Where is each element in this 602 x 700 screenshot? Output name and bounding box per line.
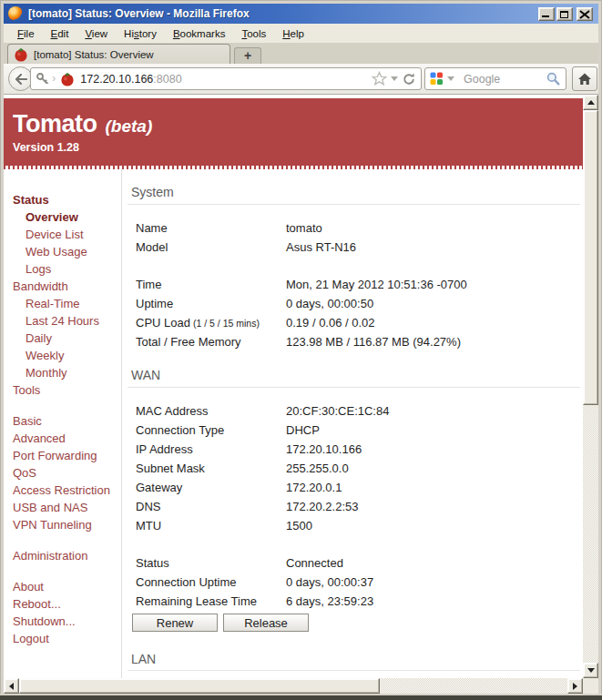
- row-label: Status: [136, 556, 169, 570]
- sidebar-item[interactable]: Weekly: [4, 347, 121, 364]
- info-row: Subnet Mask 255.255.0.0: [128, 459, 580, 478]
- scroll-left-button[interactable]: [4, 678, 19, 694]
- sidebar-item[interactable]: About: [4, 578, 121, 595]
- info-row: Remaining Lease Time 6 days, 23:59:23: [128, 592, 580, 611]
- row-label: Name: [136, 221, 168, 235]
- search-input[interactable]: [462, 72, 546, 86]
- sidebar-item[interactable]: Port Forwarding: [4, 447, 121, 464]
- system-rows: Name tomato Model Asus RT-N16 Time Mon, …: [128, 218, 580, 351]
- row-value: 255.255.0.0: [286, 462, 349, 475]
- maximize-button[interactable]: [556, 7, 573, 21]
- menu-item[interactable]: History: [116, 26, 165, 41]
- sidebar-item[interactable]: Web Usage: [4, 243, 121, 260]
- sidebar-item[interactable]: Overview: [4, 208, 121, 226]
- menu-item[interactable]: Tools: [233, 26, 274, 41]
- tomato-favicon: [60, 72, 75, 86]
- new-tab-button[interactable]: +: [234, 47, 261, 64]
- sidebar-item[interactable]: Tools: [4, 381, 121, 399]
- sidebar-item[interactable]: VPN Tunneling: [4, 516, 121, 533]
- info-row: MTU 1500: [128, 516, 580, 535]
- row-label: MTU: [136, 519, 161, 533]
- menu-item[interactable]: Help: [274, 26, 312, 41]
- info-row: Uptime 0 days, 00:00:50: [128, 294, 580, 313]
- back-button[interactable]: [8, 66, 33, 91]
- row-value: Connected: [286, 556, 343, 570]
- info-row: Name tomato: [128, 218, 580, 238]
- sidebar-item[interactable]: Advanced: [4, 430, 121, 447]
- sidebar-item[interactable]: Real-Time: [4, 295, 121, 312]
- search-bar[interactable]: [424, 67, 566, 90]
- vscroll-thumb[interactable]: [583, 110, 598, 405]
- search-magnifier-icon[interactable]: [546, 71, 561, 86]
- section-title-system: System: [128, 185, 580, 205]
- sidebar-item[interactable]: Administration: [4, 547, 121, 564]
- sidebar-item[interactable]: Reboot...: [4, 595, 121, 613]
- sidebar-item[interactable]: QoS: [4, 464, 121, 482]
- arrow-up-icon: [587, 100, 595, 105]
- reload-icon[interactable]: [402, 72, 416, 86]
- site-identity-button[interactable]: ›: [36, 71, 60, 86]
- url-bar[interactable]: › 172.20.10.166:8080: [30, 67, 422, 90]
- sidebar-nav: Status Overview Device List Web Usage Lo…: [4, 169, 121, 678]
- row-value: tomato: [286, 221, 322, 235]
- google-logo-icon[interactable]: [430, 72, 444, 86]
- menu-item[interactable]: View: [77, 26, 116, 41]
- close-icon: [579, 10, 590, 19]
- sidebar-item[interactable]: USB and NAS: [4, 499, 121, 516]
- back-arrow-icon: [15, 74, 27, 85]
- firmware-version: Version 1.28: [13, 141, 583, 154]
- sidebar-divider: [121, 169, 122, 678]
- window-title: [tomato] Status: Overview - Mozilla Fire…: [28, 7, 250, 20]
- arrow-right-icon: [573, 683, 577, 690]
- menu-item[interactable]: Edit: [43, 26, 77, 41]
- home-button[interactable]: [572, 66, 597, 91]
- scroll-right-button[interactable]: [567, 678, 583, 694]
- row-value: 172.20.0.1: [286, 481, 342, 494]
- horizontal-scrollbar: [4, 678, 583, 694]
- window-bottom-border: [0, 694, 602, 700]
- sidebar-item[interactable]: Access Restriction: [4, 482, 121, 499]
- menu-item[interactable]: File: [9, 26, 43, 41]
- sidebar-item[interactable]: Logs: [4, 260, 121, 278]
- scroll-down-button[interactable]: [583, 663, 598, 678]
- page-content: Tomato (beta) Version 1.28 Status Overvi…: [4, 95, 583, 678]
- sidebar-item[interactable]: Basic: [4, 412, 121, 430]
- info-row: IP Address 172.20.10.166: [128, 440, 580, 459]
- info-row: Connection Uptime 0 days, 00:00:37: [128, 573, 580, 592]
- sidebar-item[interactable]: Shutdown...: [4, 613, 121, 630]
- url-port: :8080: [153, 73, 181, 86]
- wan-action-button[interactable]: Release: [223, 614, 309, 632]
- row-label: IP Address: [136, 442, 193, 456]
- scroll-up-button[interactable]: [583, 95, 598, 110]
- row-label: DNS: [136, 500, 160, 513]
- row-value: 1500: [286, 519, 312, 533]
- row-label: Uptime: [136, 297, 173, 310]
- row-label: Time: [136, 278, 161, 291]
- wan-action-button[interactable]: Renew: [132, 614, 218, 632]
- brand-beta: (beta): [106, 117, 153, 137]
- close-button[interactable]: [576, 7, 593, 21]
- active-tab[interactable]: [tomato] Status: Overview: [7, 44, 230, 64]
- row-label: MAC Address: [136, 404, 208, 418]
- menu-item[interactable]: Bookmarks: [165, 26, 234, 41]
- title-bar[interactable]: [tomato] Status: Overview - Mozilla Fire…: [4, 4, 598, 24]
- sidebar-item[interactable]: Bandwidth: [4, 278, 121, 295]
- hscroll-thumb[interactable]: [19, 678, 380, 694]
- sidebar-item[interactable]: Logout: [4, 630, 121, 647]
- info-row: Gateway 172.20.0.1: [128, 478, 580, 497]
- row-label-note: (1 / 5 / 15 mins): [193, 318, 260, 329]
- search-engine-dropdown-icon[interactable]: [447, 76, 454, 81]
- bookmark-star-icon[interactable]: [372, 71, 387, 86]
- section-title-wan: WAN: [128, 368, 580, 388]
- row-label: Gateway: [136, 481, 182, 494]
- sidebar-item[interactable]: Device List: [4, 226, 121, 243]
- firefox-icon: [8, 6, 23, 21]
- sidebar-item[interactable]: Status: [4, 191, 121, 208]
- sidebar-item[interactable]: Last 24 Hours: [4, 312, 121, 330]
- urlbar-dropdown-icon[interactable]: [391, 76, 398, 81]
- sidebar-item[interactable]: Monthly: [4, 364, 121, 381]
- sidebar-item[interactable]: Daily: [4, 330, 121, 347]
- info-row: Time Mon, 21 May 2012 10:51:36 -0700: [128, 275, 580, 294]
- minimize-button[interactable]: [538, 7, 555, 21]
- tab-title: [tomato] Status: Overview: [34, 49, 154, 60]
